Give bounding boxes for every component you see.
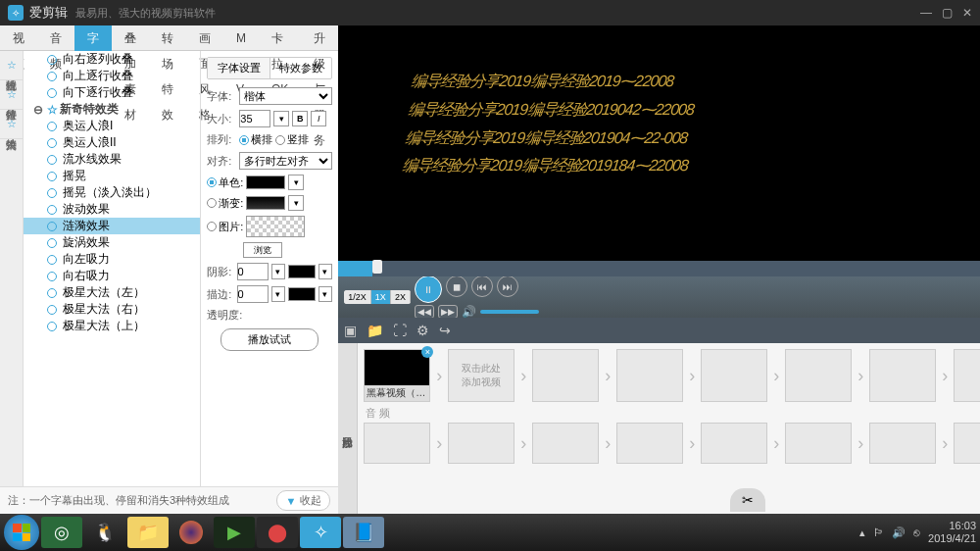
tab-style[interactable]: 画面风格 — [186, 25, 223, 51]
settings-tab-params[interactable]: 特效参数 — [270, 58, 332, 78]
effect-item[interactable]: 摇晃（淡入淡出） — [24, 184, 200, 201]
chevron-right-icon: › — [436, 366, 442, 386]
tray-expand-icon[interactable]: ▴ — [859, 526, 865, 539]
effect-item[interactable]: 向上逐行收叠 — [24, 68, 200, 84]
settings-icon[interactable]: ⚙ — [416, 323, 429, 338]
title-bar: ✧ 爱剪辑 最易用、强大的视频剪辑软件 — ▢ ✕ — [0, 0, 980, 25]
settings-tab-font[interactable]: 字体设置 — [208, 58, 270, 78]
windows-taskbar: ◎ 🐧 📁 ▶ ⬤ ✧ 📘 ▴ 🏳 🔊 ⎋ 16:032019/4/21 — [0, 514, 980, 551]
taskbar-app-icon[interactable]: ◎ — [41, 517, 82, 548]
side-tab-stay[interactable]: ☆停留特效 — [0, 80, 23, 110]
effect-item[interactable]: 涟漪效果 — [24, 218, 200, 234]
effect-item[interactable]: 向左吸力 — [24, 251, 200, 268]
preview-overlay-text: 编导经验分享2019编导经验2019⁓22008 编导经验分享2019编导经验2… — [401, 68, 980, 180]
tray-flag-icon[interactable]: 🏳 — [873, 526, 884, 538]
speed-1x[interactable]: 1X — [371, 290, 391, 304]
effect-item[interactable]: 向右逐列收叠 — [24, 51, 200, 68]
side-tab-appear[interactable]: ☆出现特效 — [0, 51, 23, 80]
audio-track-label: 音 频 — [366, 406, 980, 421]
taskbar-app-icon[interactable]: 🐧 — [84, 517, 125, 548]
clip-slot[interactable] — [954, 349, 980, 402]
add-clip-hint[interactable]: 双击此处添加视频 — [448, 349, 514, 402]
italic-button[interactable]: I — [311, 111, 326, 126]
effect-item[interactable]: 向下逐行收叠 — [24, 84, 200, 101]
taskbar-record-icon[interactable]: ⬤ — [257, 517, 298, 548]
effect-item[interactable]: 波动效果 — [24, 201, 200, 218]
side-tab-disappear[interactable]: ☆消失特效 — [0, 110, 23, 139]
tab-transition[interactable]: 转场特效 — [149, 25, 186, 51]
shadow-input[interactable] — [237, 263, 269, 280]
clip-slot[interactable] — [785, 349, 852, 402]
browse-button[interactable]: 浏览 — [243, 242, 282, 258]
snapshot-icon[interactable]: ▣ — [344, 323, 357, 338]
tab-subtitle-fx[interactable]: 字幕特效 — [74, 25, 112, 51]
app-logo: ✧ — [8, 5, 24, 21]
audio-slot[interactable] — [364, 423, 430, 464]
pattern-preview — [246, 216, 305, 237]
rewind-button[interactable]: ◀◀ — [415, 305, 434, 319]
fullscreen-icon[interactable]: ⛶ — [393, 323, 407, 338]
size-input[interactable] — [239, 110, 270, 127]
forward-button[interactable]: ▶▶ — [438, 305, 458, 319]
next-frame-button[interactable]: ⏭ — [497, 276, 518, 297]
taskbar-ijianji-icon[interactable]: ✧ — [300, 517, 341, 548]
close-icon[interactable]: ✕ — [962, 6, 972, 20]
share-icon[interactable]: ↪ — [439, 323, 451, 338]
clip-thumb[interactable]: × 黑幕视频（1... — [364, 349, 430, 402]
app-slogan: 最易用、强大的视频剪辑软件 — [75, 6, 216, 21]
effect-item[interactable]: 旋涡效果 — [24, 234, 200, 251]
maximize-icon[interactable]: ▢ — [942, 6, 953, 20]
main-tabs: 视 频 音 频 字幕特效 叠加素材 转场特效 画面风格 M T V 卡拉OK 升… — [0, 25, 338, 51]
tab-video[interactable]: 视 频 — [0, 25, 37, 51]
taskbar-app-icon[interactable]: ▶ — [214, 517, 255, 548]
try-play-button[interactable]: 播放试试 — [220, 328, 318, 351]
color-swatch[interactable] — [246, 175, 285, 189]
tab-audio[interactable]: 音 频 — [37, 25, 74, 51]
speed-half[interactable]: 1/2X — [344, 290, 371, 304]
start-button[interactable] — [4, 515, 39, 550]
speed-2x[interactable]: 2X — [391, 290, 411, 304]
effect-item[interactable]: 向右吸力 — [24, 268, 200, 284]
dropdown-icon[interactable]: ▾ — [288, 175, 304, 190]
effect-item[interactable]: 奥运人浪II — [24, 134, 200, 151]
volume-slider[interactable] — [480, 310, 539, 314]
system-clock[interactable]: 16:032019/4/21 — [928, 520, 976, 545]
gradient-swatch[interactable] — [246, 196, 285, 210]
effect-item[interactable]: 极星大法（右） — [24, 301, 200, 318]
prev-frame-button[interactable]: ⏮ — [471, 276, 493, 297]
cut-button[interactable]: ✂ — [730, 488, 765, 512]
clip-slot[interactable] — [532, 349, 599, 402]
play-pause-button[interactable]: ⏸ — [415, 276, 442, 303]
effect-item[interactable]: 极星大法（上） — [24, 318, 200, 334]
stop-button[interactable]: ◼ — [446, 276, 467, 297]
stroke-input[interactable] — [237, 285, 269, 303]
clip-slot[interactable] — [701, 349, 767, 402]
tray-network-icon[interactable]: ⎋ — [913, 526, 920, 538]
tab-karaoke[interactable]: 卡拉OK — [259, 25, 301, 51]
align-select[interactable]: 多行时左对齐 — [239, 152, 332, 170]
spinner-icon[interactable]: ▾ — [273, 111, 289, 126]
effect-item[interactable]: 奥运人浪I — [24, 118, 200, 134]
tray-volume-icon[interactable]: 🔊 — [892, 526, 906, 539]
tab-mtv[interactable]: M T V — [223, 25, 259, 51]
effect-item[interactable]: 流水线效果 — [24, 151, 200, 168]
effect-item[interactable]: 极星大法（左） — [24, 284, 200, 301]
effect-category[interactable]: ⊖☆新奇特效类 — [24, 101, 200, 118]
effect-item[interactable]: 摇晃 — [24, 168, 200, 184]
bold-button[interactable]: B — [292, 111, 308, 126]
clip-slot[interactable] — [869, 349, 936, 402]
collapse-button[interactable]: ▼收起 — [276, 490, 330, 511]
font-select[interactable]: 楷体 — [239, 87, 332, 105]
progress-bar[interactable] — [338, 261, 980, 276]
minimize-icon[interactable]: — — [920, 6, 932, 20]
tab-upgrade[interactable]: 升级与服务 — [301, 25, 338, 51]
folder-icon[interactable]: 📁 — [367, 323, 383, 338]
volume-icon[interactable]: 🔊 — [462, 305, 476, 319]
tab-overlay[interactable]: 叠加素材 — [112, 25, 149, 51]
effect-list[interactable]: 向右逐列收叠 向上逐行收叠 向下逐行收叠 ⊖☆新奇特效类 奥运人浪I 奥运人浪I… — [24, 51, 201, 486]
clip-slot[interactable] — [616, 349, 683, 402]
clip-remove-icon[interactable]: × — [421, 346, 433, 358]
taskbar-app-icon[interactable]: 📘 — [343, 517, 384, 548]
taskbar-firefox-icon[interactable] — [171, 517, 212, 548]
taskbar-explorer-icon[interactable]: 📁 — [127, 517, 169, 548]
